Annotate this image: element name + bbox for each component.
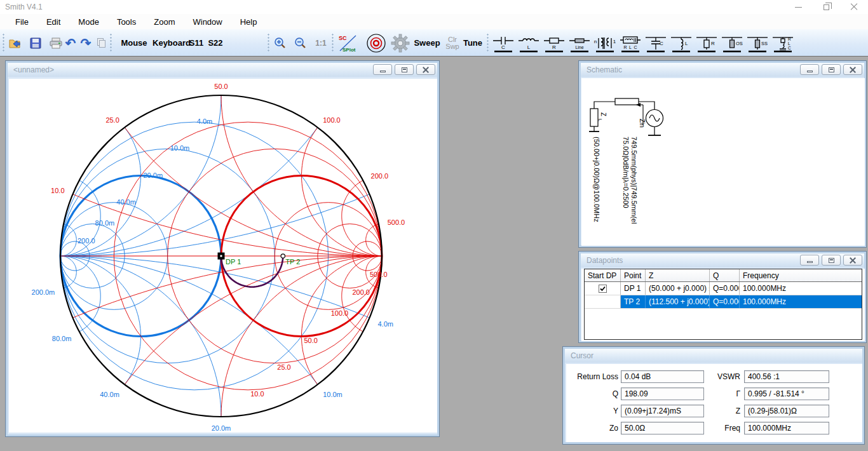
zoom-ratio-button[interactable]: 1:1 xyxy=(313,34,329,51)
component-transformer-button[interactable]: n1 xyxy=(592,33,618,53)
svg-text:OS: OS xyxy=(736,41,743,46)
series-rlc-icon: RLC xyxy=(618,33,643,53)
svg-text:100.0: 100.0 xyxy=(331,309,349,317)
undo-button[interactable]: ↶ xyxy=(64,34,78,51)
schematic-drawing: Z L Zin (50.00+j0.00)Ω@100.0MHz 75.0Ω|0d… xyxy=(581,78,865,246)
zoom-in-button[interactable] xyxy=(272,34,288,51)
settings-button[interactable] xyxy=(389,34,412,51)
shunt-resistor-icon: R xyxy=(694,33,719,53)
gamma-label: Γ xyxy=(692,389,740,398)
svg-text:80.0m: 80.0m xyxy=(52,335,72,342)
q-cell[interactable]: Q=0.000 xyxy=(710,295,740,308)
component-shorted-stub-button[interactable]: SS xyxy=(745,33,770,53)
menu-window[interactable]: Window xyxy=(184,15,231,29)
load-symbol[interactable] xyxy=(590,109,598,126)
mouse-button[interactable]: Mouse xyxy=(118,34,150,51)
q-label: Q xyxy=(567,389,618,398)
svg-text:25.0: 25.0 xyxy=(105,116,119,124)
schematic-restore-button[interactable] xyxy=(822,64,841,75)
component-shunt-capacitor-button[interactable]: C xyxy=(643,33,668,53)
freq-field[interactable]: 100.000MHz xyxy=(744,422,829,434)
z-field[interactable]: (0.29-j58.01)Ω xyxy=(744,405,829,417)
z-cell[interactable]: (50.000 + j0.000) Ω xyxy=(646,282,710,295)
tune-button[interactable]: Tune xyxy=(460,34,485,51)
cursor-window-titlebar[interactable]: Cursor xyxy=(565,349,862,363)
print-icon xyxy=(50,37,62,49)
chart-minimize-button[interactable] xyxy=(373,64,392,75)
print-button[interactable] xyxy=(48,34,64,51)
tp2-marker[interactable] xyxy=(281,254,285,258)
menu-mode[interactable]: Mode xyxy=(69,15,108,29)
component-shunt-resistor-button[interactable]: R xyxy=(694,33,719,53)
copy-button[interactable] xyxy=(94,34,108,51)
schematic-body[interactable]: Z L Zin (50.00+j0.00)Ω@100.0MHz 75.0Ω|0d… xyxy=(581,78,865,246)
restore-icon xyxy=(402,67,407,72)
menu-help[interactable]: Help xyxy=(231,15,266,29)
component-open-stub-button[interactable]: OS xyxy=(719,33,745,53)
close-icon xyxy=(850,67,856,73)
z-cell[interactable]: (112.500 + j0.000) Ω xyxy=(646,295,710,308)
point-cell[interactable]: TP 2 xyxy=(621,295,646,308)
close-button[interactable] xyxy=(840,0,868,14)
menu-zoom[interactable]: Zoom xyxy=(145,15,184,29)
component-series-line-button[interactable]: Line xyxy=(567,33,592,53)
q-cell[interactable]: Q=0.000 xyxy=(710,282,740,295)
datapoints-body: Start DP Point Z Q Frequency DP 1 (50.00… xyxy=(581,269,865,341)
datapoints-minimize-button[interactable] xyxy=(800,255,819,266)
start-dp-checkbox[interactable] xyxy=(599,285,607,293)
menu-edit[interactable]: Edit xyxy=(37,15,69,29)
col-start-dp: Start DP xyxy=(585,269,621,281)
smith-chart[interactable]: 10.025.050.0100.0200.0500.04.0m10.0m20.0… xyxy=(9,79,437,433)
frequency-cell[interactable]: 100.000MHz xyxy=(740,295,862,308)
start-dp-cell[interactable] xyxy=(585,295,621,308)
col-frequency: Frequency xyxy=(740,269,862,281)
component-series-capacitor-button[interactable]: C xyxy=(491,33,516,53)
schematic-close-button[interactable] xyxy=(843,64,862,75)
return-loss-label: Return Loss xyxy=(567,372,618,381)
restore-button[interactable] xyxy=(812,0,840,14)
sc-splot-toggle-button[interactable]: SC SPlot xyxy=(337,34,358,51)
table-row[interactable]: DP 1 (50.000 + j0.000) Ω Q=0.000 100.000… xyxy=(585,282,862,295)
gamma-field[interactable]: 0.995 / -81.514 ° xyxy=(744,387,829,400)
datapoints-window-titlebar[interactable]: Datapoints xyxy=(581,253,864,267)
svg-text:200.0: 200.0 xyxy=(352,288,370,296)
save-button[interactable] xyxy=(28,34,43,51)
redo-button[interactable]: ↷ xyxy=(79,34,93,51)
frequency-cell[interactable]: 100.000MHz xyxy=(740,282,862,295)
component-series-rlc-button[interactable]: RLC xyxy=(618,33,643,53)
smith-chart-button[interactable] xyxy=(365,34,388,51)
s22-button[interactable]: S22 xyxy=(206,34,225,51)
component-shunt-rlc-button[interactable]: RLC xyxy=(770,33,796,53)
menu-tools[interactable]: Tools xyxy=(108,15,145,29)
s11-button[interactable]: S11 xyxy=(187,34,206,51)
point-cell[interactable]: DP 1 xyxy=(621,282,646,295)
datapoints-close-button[interactable] xyxy=(843,255,862,266)
component-series-resistor-button[interactable]: R xyxy=(541,33,567,53)
datapoints-restore-button[interactable] xyxy=(822,255,841,266)
chart-window-titlebar[interactable]: <unnamed> xyxy=(8,63,437,77)
sweep-button[interactable]: Sweep xyxy=(412,34,442,51)
smith-chart-canvas[interactable]: 10.025.050.0100.0200.0500.04.0m10.0m20.0… xyxy=(9,79,437,433)
component-shunt-inductor-button[interactable]: L xyxy=(668,33,694,53)
close-icon xyxy=(850,257,856,264)
minimize-button[interactable] xyxy=(784,0,812,14)
keyboard-button[interactable]: Keyboard xyxy=(151,34,192,51)
chart-restore-button[interactable] xyxy=(395,64,414,75)
line-symbol[interactable] xyxy=(615,98,639,105)
zoom-out-button[interactable] xyxy=(292,34,309,51)
table-row-selected[interactable]: TP 2 (112.500 + j0.000) Ω Q=0.000 100.00… xyxy=(585,295,862,309)
svg-text:100.0: 100.0 xyxy=(323,116,341,124)
vswr-field[interactable]: 400.56 :1 xyxy=(744,370,829,383)
s22-label: S22 xyxy=(208,38,222,48)
load-value-text: (50.00+j0.00)Ω@100.0MHz xyxy=(593,137,600,222)
component-series-inductor-button[interactable]: L xyxy=(516,33,541,53)
zoom-ratio-label: 1:1 xyxy=(315,39,326,48)
open-button[interactable] xyxy=(8,34,23,51)
menu-file[interactable]: File xyxy=(6,15,37,29)
cursor-body: Return Loss 0.04 dB Q 198.09 Y (0.09+j17… xyxy=(566,364,862,442)
schematic-minimize-button[interactable] xyxy=(800,64,819,75)
minimize-icon xyxy=(795,7,802,8)
minimize-icon xyxy=(807,261,813,263)
chart-close-button[interactable] xyxy=(416,64,435,75)
schematic-window-titlebar[interactable]: Schematic xyxy=(581,63,864,77)
